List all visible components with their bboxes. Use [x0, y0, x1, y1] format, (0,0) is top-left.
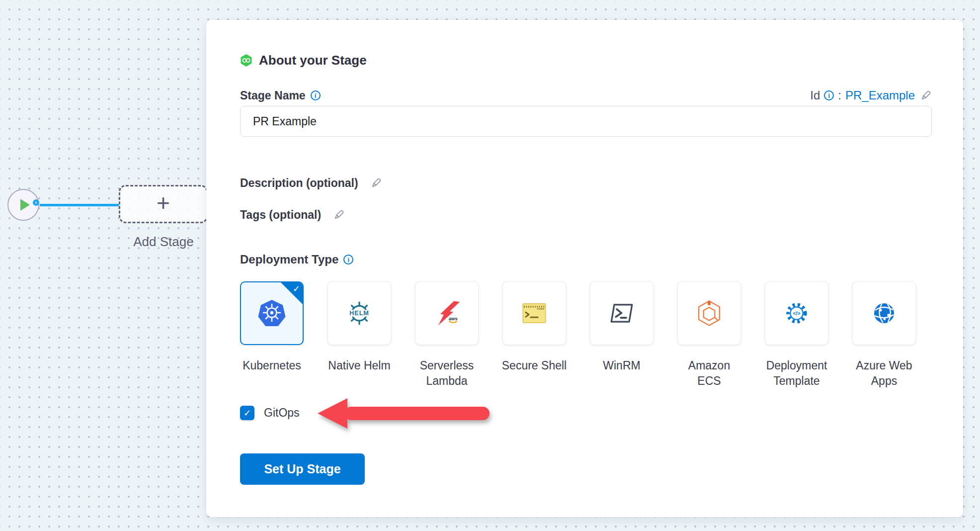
cd-stage-icon — [240, 54, 252, 67]
id-label: Id — [810, 88, 820, 102]
ecs-hexagon-icon — [695, 299, 724, 328]
deployment-option-native-helm: HELM Native Helm — [327, 281, 391, 389]
pipeline-connector-line — [40, 204, 120, 206]
deployment-option-label: Kubernetes — [230, 358, 314, 373]
deployment-option-label: Serverless Lambda — [405, 358, 489, 389]
deployment-option-label: Native Helm — [317, 358, 402, 373]
deployment-option-label: Secure Shell — [492, 358, 576, 373]
page-title: About your Stage — [259, 53, 367, 68]
stage-name-label: Stage Name — [240, 89, 306, 102]
stage-name-label-wrap: Stage Name i — [240, 89, 321, 102]
svg-text:</>: </> — [793, 311, 800, 316]
tags-row: Tags (optional) — [240, 207, 345, 223]
id-separator: : — [838, 88, 841, 102]
annotation-arrow-icon — [317, 396, 492, 431]
deployment-option-label: Amazon ECS — [667, 358, 751, 389]
pipeline-connector-handle[interactable] — [33, 199, 39, 206]
deployment-type-row: Deployment Type i — [240, 252, 353, 267]
powershell-icon — [607, 299, 636, 328]
deployment-option-amazon-ecs: Amazon ECS — [677, 281, 741, 389]
panel-header: About your Stage — [240, 53, 367, 68]
serverless-lambda-tile[interactable]: aws — [415, 281, 479, 345]
deployment-option-label: Azure Web Apps — [842, 358, 926, 389]
deployment-option-secure-shell: Secure Shell — [502, 281, 566, 389]
deployment-type-options: ✓ Kubernetes HELM Native Helm — [240, 281, 916, 389]
pencil-icon — [920, 89, 932, 101]
pencil-icon — [333, 209, 345, 221]
svg-text:HELM: HELM — [349, 310, 369, 317]
deployment-type-info-icon[interactable]: i — [343, 255, 353, 265]
winrm-tile[interactable] — [590, 281, 653, 345]
secure-shell-tile[interactable] — [502, 281, 566, 345]
helm-icon: HELM — [345, 299, 374, 328]
native-helm-tile[interactable]: HELM — [327, 281, 391, 345]
deployment-option-winrm: WinRM — [590, 281, 653, 389]
tags-label: Tags (optional) — [240, 208, 321, 222]
deployment-template-tile[interactable]: </> — [765, 281, 828, 345]
deployment-option-serverless-lambda: aws Serverless Lambda — [415, 281, 479, 389]
description-label: Description (optional) — [240, 177, 358, 190]
about-stage-panel: About your Stage Stage Name i Id i : PR_… — [206, 20, 963, 517]
check-icon: ✓ — [244, 409, 251, 418]
set-up-stage-button[interactable]: Set Up Stage — [240, 453, 365, 485]
azure-web-apps-tile[interactable] — [852, 281, 916, 345]
edit-id-button[interactable] — [920, 89, 932, 101]
gear-code-icon: </> — [782, 299, 811, 328]
kubernetes-tile[interactable]: ✓ — [240, 281, 304, 345]
edit-tags-button[interactable] — [333, 209, 345, 221]
id-value[interactable]: PR_Example — [845, 88, 915, 102]
stage-name-row: Stage Name i Id i : PR_Example — [240, 88, 932, 103]
check-icon: ✓ — [293, 283, 300, 294]
deployment-option-deployment-template: </> Deployment Template — [765, 281, 828, 389]
stage-id-row: Id i : PR_Example — [810, 88, 932, 102]
add-stage-button[interactable]: + — [119, 185, 208, 223]
globe-icon — [870, 299, 898, 328]
deployment-option-label: Deployment Template — [754, 358, 839, 389]
deployment-option-azure-web-apps: Azure Web Apps — [852, 281, 916, 389]
svg-text:aws: aws — [449, 316, 458, 321]
gitops-checkbox[interactable]: ✓ — [240, 406, 254, 420]
description-row: Description (optional) — [240, 175, 382, 191]
deployment-option-label: WinRM — [579, 358, 664, 373]
deployment-type-label: Deployment Type — [240, 253, 338, 266]
terminal-icon — [520, 299, 549, 328]
edit-description-button[interactable] — [370, 177, 382, 189]
pencil-icon — [370, 177, 382, 189]
kubernetes-icon — [257, 299, 287, 328]
id-info-icon[interactable]: i — [824, 90, 834, 100]
play-icon — [20, 199, 30, 211]
deployment-option-kubernetes: ✓ Kubernetes — [240, 281, 304, 389]
add-stage-label: Add Stage — [114, 234, 213, 250]
amazon-ecs-tile[interactable] — [677, 281, 741, 345]
gitops-label: GitOps — [264, 406, 300, 420]
pipeline-stage-setup-screen: { "canvas": { "add_stage_label": "Add St… — [0, 0, 980, 531]
stage-name-input[interactable] — [240, 106, 932, 137]
plus-icon: + — [157, 191, 170, 217]
serverless-aws-icon: aws — [432, 299, 461, 328]
stage-name-info-icon[interactable]: i — [311, 90, 321, 100]
gitops-row: ✓ GitOps — [240, 406, 300, 420]
